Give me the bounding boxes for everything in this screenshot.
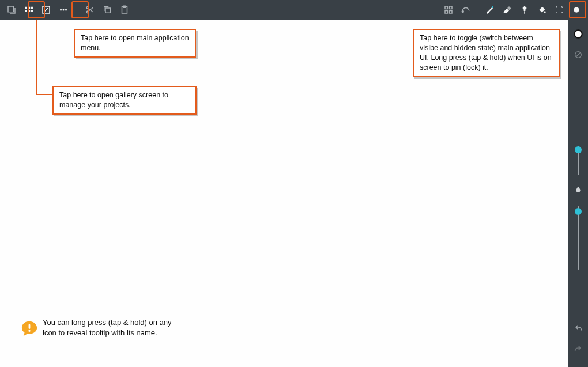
disabled-button[interactable]: [571, 47, 586, 62]
svg-point-22: [544, 11, 546, 13]
gallery-button[interactable]: [3, 2, 20, 18]
tip-text: You can long press (tap & hold) on any i…: [43, 317, 187, 338]
undo-button[interactable]: [571, 322, 586, 337]
svg-rect-5: [28, 10, 31, 12]
opacity-button[interactable]: [571, 182, 586, 197]
svg-point-9: [63, 9, 65, 11]
svg-rect-26: [29, 324, 31, 328]
clipboard-icon: [119, 5, 130, 15]
selection-icon: [554, 5, 564, 15]
slider-bottom-thumb[interactable]: [575, 208, 582, 215]
color-ring-icon: [572, 28, 584, 40]
svg-point-24: [574, 30, 582, 37]
callout-menu: Tap here to open main application menu.: [74, 29, 196, 58]
svg-rect-4: [25, 10, 27, 12]
slider-top-thumb[interactable]: [575, 146, 582, 153]
svg-point-27: [28, 330, 30, 331]
svg-point-21: [492, 6, 493, 8]
smudge-button[interactable]: [517, 2, 533, 18]
svg-rect-17: [450, 6, 453, 9]
grid-icon: [24, 5, 34, 15]
droplet-icon: [574, 186, 582, 194]
scissors-icon: [85, 5, 95, 15]
pin-smudge-icon: [519, 5, 530, 15]
circle-icon: [572, 5, 581, 14]
resize-button[interactable]: [38, 2, 54, 18]
color-ring-button[interactable]: [571, 27, 586, 41]
ban-icon: [574, 50, 583, 59]
callout-gallery: Tap here to open gallery screen to manag…: [52, 86, 197, 115]
svg-rect-18: [445, 11, 448, 14]
tip-row: You can long press (tap & hold) on any i…: [21, 317, 187, 338]
top-toolbar: [0, 0, 588, 20]
pointer-gallery-h: [36, 94, 53, 95]
select-button[interactable]: [551, 2, 567, 18]
svg-rect-1: [25, 7, 27, 9]
toolbar-right-group: [440, 2, 585, 18]
eraser-button[interactable]: [499, 2, 515, 18]
brush-icon: [485, 5, 495, 15]
toggle-ui-button[interactable]: [568, 2, 585, 18]
callout-menu-text: Tap here to open main application menu.: [81, 34, 189, 52]
right-sidebar: [568, 20, 588, 367]
svg-point-12: [86, 11, 89, 13]
paste-button[interactable]: [116, 2, 133, 18]
callout-toggle: Tap here to toggle (switch betweem visib…: [413, 29, 560, 77]
layers-icon: [6, 5, 17, 15]
svg-point-20: [462, 11, 463, 13]
svg-point-11: [86, 6, 89, 9]
eraser-icon: [502, 5, 512, 15]
slider-top[interactable]: [578, 146, 579, 175]
svg-rect-0: [8, 6, 14, 12]
snap-icon: [443, 5, 454, 15]
expand-icon: [41, 5, 51, 15]
svg-rect-13: [105, 8, 110, 13]
cut-button[interactable]: [82, 2, 98, 18]
svg-rect-19: [450, 11, 453, 14]
slider-bottom[interactable]: [578, 206, 579, 270]
svg-rect-3: [31, 7, 33, 9]
toolbar-left-group: [3, 2, 133, 18]
lasso-icon: [460, 5, 472, 15]
svg-rect-16: [445, 6, 448, 9]
fill-button[interactable]: [534, 2, 550, 18]
svg-point-10: [65, 9, 67, 11]
redo-button[interactable]: [571, 343, 586, 358]
undo-icon: [572, 325, 584, 334]
callout-gallery-text: Tap here to open gallery screen to manag…: [59, 91, 168, 109]
redo-icon: [572, 346, 584, 355]
pointer-gallery: [36, 20, 37, 94]
svg-rect-2: [28, 7, 31, 9]
callout-toggle-text: Tap here to toggle (switch betweem visib…: [420, 34, 552, 71]
tip-bubble-icon: [21, 320, 37, 336]
dots-icon: [58, 5, 69, 15]
copy-button[interactable]: [99, 2, 115, 18]
bucket-icon: [537, 5, 547, 15]
copy-icon: [102, 5, 112, 15]
svg-point-23: [574, 7, 579, 12]
curve-button[interactable]: [458, 2, 474, 18]
menu-button[interactable]: [55, 2, 71, 18]
svg-point-8: [60, 9, 62, 11]
brush-button[interactable]: [482, 2, 498, 18]
grid-button[interactable]: [21, 2, 37, 18]
svg-rect-6: [31, 10, 33, 12]
snap-button[interactable]: [440, 2, 457, 18]
